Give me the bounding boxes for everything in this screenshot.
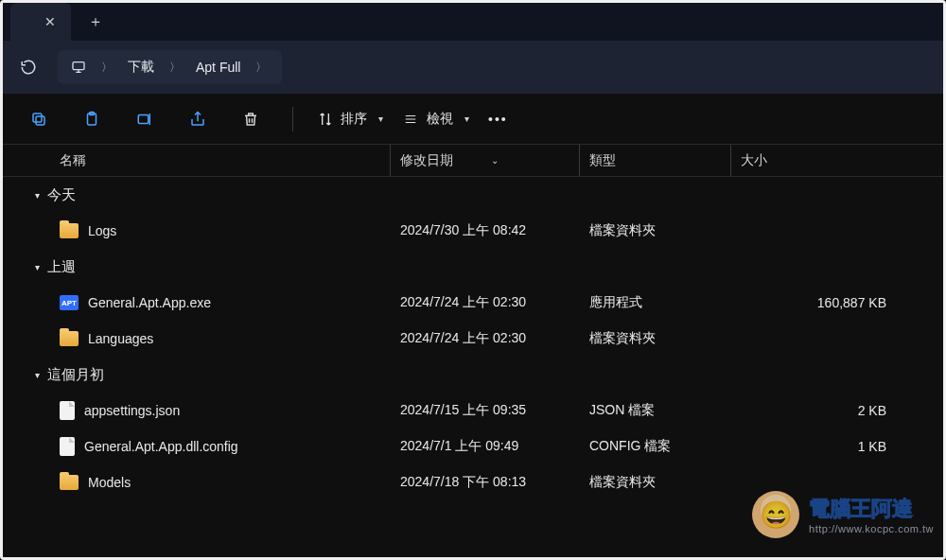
file-date: 2024/7/18 下午 08:13 bbox=[391, 474, 580, 491]
svg-rect-1 bbox=[36, 116, 44, 125]
chevron-right-icon: 〉 bbox=[96, 60, 118, 76]
delete-button[interactable] bbox=[234, 102, 268, 136]
folder-icon bbox=[60, 331, 79, 346]
address-bar: 〉 下載 〉 Apt Full 〉 bbox=[3, 41, 943, 94]
file-name: Languages bbox=[88, 331, 153, 346]
new-tab-button[interactable]: ＋ bbox=[80, 7, 111, 37]
file-name: appsettings.json bbox=[84, 403, 180, 418]
chevron-down-icon: ▾ bbox=[378, 114, 383, 124]
breadcrumb[interactable]: 〉 下載 〉 Apt Full 〉 bbox=[58, 50, 282, 84]
file-name: General.Apt.App.exe bbox=[88, 295, 211, 310]
chevron-right-icon: 〉 bbox=[164, 60, 186, 76]
file-size: 1 KB bbox=[731, 439, 943, 454]
folder-icon bbox=[60, 475, 79, 490]
watermark: 電腦王阿達 http://www.kocpc.com.tw bbox=[752, 491, 934, 538]
file-size: 160,887 KB bbox=[731, 295, 943, 310]
group-label: 這個月初 bbox=[47, 366, 104, 384]
close-icon[interactable]: ✕ bbox=[44, 14, 56, 29]
breadcrumb-item-downloads[interactable]: 下載 bbox=[124, 59, 158, 76]
list-item[interactable]: APTGeneral.Apt.App.exe2024/7/24 上午 02:30… bbox=[3, 285, 943, 321]
tab-bar: ✕ ＋ bbox=[3, 3, 943, 41]
sort-dropdown[interactable]: 排序 ▾ bbox=[318, 111, 383, 128]
group-header[interactable]: ▾今天 bbox=[3, 177, 943, 213]
file-icon bbox=[60, 437, 75, 456]
folder-icon bbox=[60, 223, 79, 238]
file-date: 2024/7/24 上午 02:30 bbox=[391, 330, 580, 347]
list-item[interactable]: appsettings.json2024/7/15 上午 09:35JSON 檔… bbox=[3, 393, 943, 429]
chevron-down-icon: ▾ bbox=[35, 190, 40, 201]
list-item[interactable]: Languages2024/7/24 上午 02:30檔案資料夾 bbox=[3, 321, 943, 357]
list-item[interactable]: Logs2024/7/30 上午 08:42檔案資料夾 bbox=[3, 213, 943, 249]
file-type: 檔案資料夾 bbox=[580, 222, 731, 239]
column-size[interactable]: 大小 bbox=[731, 145, 943, 176]
watermark-title: 電腦王阿達 bbox=[809, 495, 934, 523]
file-date: 2024/7/24 上午 02:30 bbox=[391, 294, 580, 311]
file-name: Models bbox=[88, 475, 131, 490]
active-tab[interactable]: ✕ bbox=[10, 3, 71, 41]
toolbar: 排序 ▾ 檢視 ▾ ••• bbox=[3, 94, 943, 145]
watermark-subtitle: http://www.kocpc.com.tw bbox=[809, 523, 934, 534]
group-label: 上週 bbox=[47, 258, 76, 276]
chevron-down-icon: ▾ bbox=[464, 114, 469, 124]
column-name[interactable]: 名稱 bbox=[60, 145, 391, 176]
chevron-down-icon: ▾ bbox=[35, 370, 40, 380]
file-icon bbox=[60, 401, 75, 420]
apt-icon: APT bbox=[60, 295, 79, 310]
copy-button[interactable] bbox=[22, 102, 56, 136]
monitor-icon bbox=[67, 56, 90, 79]
file-type: CONFIG 檔案 bbox=[580, 438, 731, 455]
group-header[interactable]: ▾這個月初 bbox=[3, 357, 943, 393]
column-type[interactable]: 類型 bbox=[580, 145, 731, 176]
file-name: General.Apt.App.dll.config bbox=[84, 439, 238, 454]
rename-button[interactable] bbox=[128, 102, 162, 136]
view-label: 檢視 bbox=[427, 111, 453, 128]
separator bbox=[292, 107, 293, 131]
file-date: 2024/7/1 上午 09:49 bbox=[391, 438, 580, 455]
file-list: ▾今天Logs2024/7/30 上午 08:42檔案資料夾▾上週APTGene… bbox=[3, 177, 943, 557]
file-type: 應用程式 bbox=[580, 294, 731, 311]
file-date: 2024/7/30 上午 08:42 bbox=[391, 222, 580, 239]
file-date: 2024/7/15 上午 09:35 bbox=[391, 402, 580, 419]
list-item[interactable]: General.Apt.App.dll.config2024/7/1 上午 09… bbox=[3, 429, 943, 464]
chevron-right-icon: 〉 bbox=[250, 60, 272, 76]
chevron-down-icon: ⌄ bbox=[491, 155, 499, 166]
file-type: JSON 檔案 bbox=[580, 402, 731, 419]
svg-rect-5 bbox=[138, 114, 149, 123]
file-name: Logs bbox=[88, 223, 116, 238]
paste-button[interactable] bbox=[75, 102, 109, 136]
column-date[interactable]: 修改日期 ⌄ bbox=[391, 145, 580, 176]
file-type: 檔案資料夾 bbox=[580, 474, 731, 491]
group-label: 今天 bbox=[47, 186, 76, 204]
column-headers: 名稱 修改日期 ⌄ 類型 大小 bbox=[3, 145, 943, 177]
group-header[interactable]: ▾上週 bbox=[3, 249, 943, 285]
view-dropdown[interactable]: 檢視 ▾ bbox=[402, 111, 469, 128]
breadcrumb-item-aptfull[interactable]: Apt Full bbox=[192, 60, 244, 75]
sort-label: 排序 bbox=[341, 111, 367, 128]
share-button[interactable] bbox=[181, 102, 215, 136]
svg-rect-0 bbox=[73, 62, 84, 70]
file-type: 檔案資料夾 bbox=[580, 330, 731, 347]
watermark-face-icon bbox=[752, 491, 799, 538]
refresh-button[interactable] bbox=[12, 51, 44, 83]
more-menu[interactable]: ••• bbox=[488, 112, 508, 127]
file-size: 2 KB bbox=[731, 403, 943, 418]
chevron-down-icon: ▾ bbox=[35, 262, 40, 272]
svg-rect-2 bbox=[33, 114, 42, 122]
